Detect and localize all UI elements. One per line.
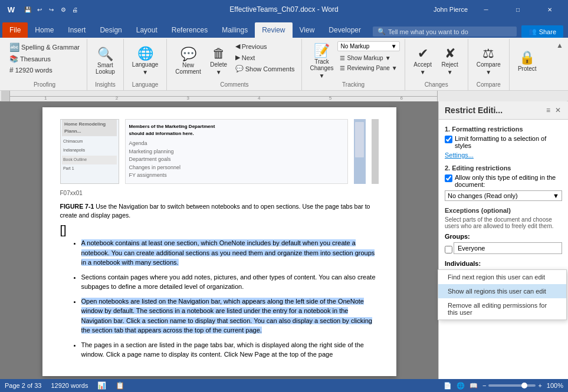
word-count-button[interactable]: # 12920 words — [7, 65, 55, 75]
insights-label: Insights — [87, 81, 123, 88]
document-title: EffectiveTeams_Ch07.docx - Word — [229, 5, 338, 14]
formatting-restrictions-section: 1. Formatting restrictions Limit formatt… — [445, 126, 562, 159]
tab-design[interactable]: Design — [93, 22, 129, 38]
list-item: Sections contain pages where you add not… — [81, 272, 379, 292]
ribbon-group-tracking: 📝 TrackChanges ▼ No Markup ▼ ☰Show Marku… — [302, 39, 405, 90]
editing-type-value: No changes (Read only) — [448, 192, 551, 199]
show-comments-button[interactable]: 💬Show Comments — [233, 64, 297, 74]
minimize-button[interactable]: ─ — [472, 0, 500, 19]
undo-icon[interactable]: ↩ — [34, 4, 45, 15]
list-item: A notebook contains at least one section… — [81, 238, 379, 268]
track-changes-button[interactable]: 📝 TrackChanges ▼ — [307, 41, 336, 81]
zoom-slider[interactable] — [488, 384, 536, 387]
compare-icon: ⚖ — [482, 47, 494, 60]
tab-file[interactable]: File — [2, 22, 28, 38]
restore-button[interactable]: □ — [504, 0, 531, 19]
reject-icon: ✘ — [445, 47, 455, 60]
spelling-grammar-button[interactable]: 🔤 Spelling & Grammar — [7, 41, 82, 53]
groups-input[interactable] — [454, 242, 562, 254]
compare-button[interactable]: ⚖ Compare ▼ — [473, 41, 504, 81]
tab-review[interactable]: Review — [255, 22, 292, 38]
next-comment-button[interactable]: ▶Next — [233, 52, 297, 62]
document-area[interactable]: Home Remodeling Plann... Chimacum Indian… — [0, 101, 438, 379]
panel-title: Restrict Editi... — [445, 106, 503, 115]
title-bar: W 💾 ↩ ↪ ⚙ 🖨 EffectiveTeams_Ch07.docx - W… — [0, 0, 568, 19]
tab-insert[interactable]: Insert — [61, 22, 93, 38]
tab-references[interactable]: References — [165, 22, 215, 38]
panel-body: 1. Formatting restrictions Limit formatt… — [439, 120, 568, 379]
tab-layout[interactable]: Layout — [129, 22, 165, 38]
allow-editing-checkbox[interactable] — [445, 174, 452, 182]
ctx-find-next[interactable]: Find next region this user can edit — [438, 270, 566, 284]
tab-mailings[interactable]: Mailings — [215, 22, 255, 38]
customize-icon[interactable]: ⚙ — [58, 4, 68, 15]
show-markup-button[interactable]: ☰Show Markup▼ — [337, 54, 399, 62]
macro-icon[interactable]: 📋 — [116, 381, 124, 390]
protect-button[interactable]: 🔒 Protect — [514, 41, 540, 81]
everyone-checkbox[interactable] — [445, 246, 452, 253]
settings-link[interactable]: Settings... — [445, 151, 562, 159]
panel-close-icon[interactable]: ✕ — [554, 105, 562, 116]
panel-controls: ≡ ✕ — [545, 105, 562, 116]
figure-caption-text: Use the Navigation bar to switch between… — [60, 203, 370, 219]
zoom-thumb[interactable] — [521, 383, 527, 388]
groups-label: Groups: — [445, 233, 562, 240]
limit-formatting-checkbox[interactable] — [445, 136, 452, 143]
track-changes-icon[interactable]: 📊 — [97, 381, 106, 390]
no-markup-dropdown[interactable]: No Markup ▼ — [337, 41, 399, 51]
view-read-icon[interactable]: 📖 — [469, 382, 478, 390]
save-icon[interactable]: 💾 — [22, 4, 33, 15]
share-button[interactable]: 👥 Share — [521, 25, 563, 38]
page-indicator: Page 2 of 33 — [5, 382, 41, 389]
ribbon-collapse-button[interactable]: ▲ — [554, 39, 566, 90]
protect-icon: 🔒 — [519, 51, 535, 64]
zoom-out-icon[interactable]: − — [482, 382, 486, 389]
editing-type-dropdown[interactable]: No changes (Read only) ▼ — [445, 190, 562, 201]
figure-caption: FIGURE 7-1 Use the Navigation bar to swi… — [60, 202, 379, 221]
redo-icon[interactable]: ↪ — [46, 4, 57, 15]
new-comment-button[interactable]: 💬 NewComment — [172, 41, 204, 81]
zoom-level[interactable]: 100% — [547, 382, 563, 389]
previous-comment-button[interactable]: ◀Previous — [233, 41, 297, 51]
quick-access-toolbar: 💾 ↩ ↪ ⚙ 🖨 — [22, 4, 80, 15]
view-web-icon[interactable]: 🌐 — [457, 382, 465, 390]
word-count-status: 12920 words — [51, 382, 88, 389]
changes-label: Changes — [405, 81, 468, 88]
print-preview-icon[interactable]: 🖨 — [70, 4, 80, 15]
reject-button[interactable]: ✘ Reject ▼ — [437, 41, 463, 81]
main-area: Home Remodeling Plann... Chimacum Indian… — [0, 101, 568, 379]
delete-comment-button[interactable]: 🗑 Delete ▼ — [206, 41, 232, 81]
accept-button[interactable]: ✔ Accept ▼ — [410, 41, 436, 81]
language-button[interactable]: 🌐 Language ▼ — [129, 41, 162, 81]
track-changes-icon: 📝 — [314, 44, 330, 57]
thesaurus-button[interactable]: 📚 Thesaurus — [7, 54, 53, 64]
view-print-icon[interactable]: 📄 — [444, 382, 452, 390]
close-button[interactable]: ✕ — [536, 0, 563, 19]
status-bar: Page 2 of 33 12920 words 📊 📋 📄 🌐 📖 − + 1… — [0, 379, 568, 392]
language-label: Language — [124, 81, 167, 88]
panel-menu-icon[interactable]: ≡ — [545, 105, 551, 116]
ctx-show-all[interactable]: Show all regions this user can edit — [438, 284, 566, 298]
allow-editing-row: Allow only this type of editing in the d… — [445, 174, 562, 188]
title-bar-left: W 💾 ↩ ↪ ⚙ 🖨 — [5, 3, 80, 16]
tab-developer[interactable]: Developer — [321, 22, 368, 38]
tab-view[interactable]: View — [293, 22, 322, 38]
dropdown-arrow-icon: ▼ — [553, 192, 559, 199]
tracking-label: Tracking — [302, 81, 404, 88]
figure-id: F07xx01 — [60, 189, 379, 197]
reviewing-pane-button[interactable]: ☰Reviewing Pane▼ — [337, 64, 399, 73]
tab-home[interactable]: Home — [28, 22, 61, 38]
bracket-symbol: [] — [60, 224, 379, 236]
search-tell-me[interactable]: Tell me what you want to do — [388, 28, 468, 35]
ribbon-group-proofing: 🔤 Spelling & Grammar 📚 Thesaurus # 12920… — [2, 39, 87, 90]
zoom-in-icon[interactable]: + — [538, 382, 541, 389]
ribbon-tabs: File Home Insert Design Layout Reference… — [0, 19, 568, 38]
language-icon: 🌐 — [137, 47, 153, 60]
limit-formatting-label: Limit formatting to a selection of style… — [455, 135, 562, 149]
ctx-remove-permissions[interactable]: Remove all editing permissions for this … — [438, 298, 566, 319]
compare-label: Compare — [468, 81, 509, 88]
new-comment-icon: 💬 — [180, 48, 196, 61]
smart-lookup-button[interactable]: 🔍 SmartLookup — [92, 41, 119, 81]
list-item: Open notebooks are listed on the Navigat… — [81, 297, 379, 335]
limit-formatting-row: Limit formatting to a selection of style… — [445, 135, 562, 149]
